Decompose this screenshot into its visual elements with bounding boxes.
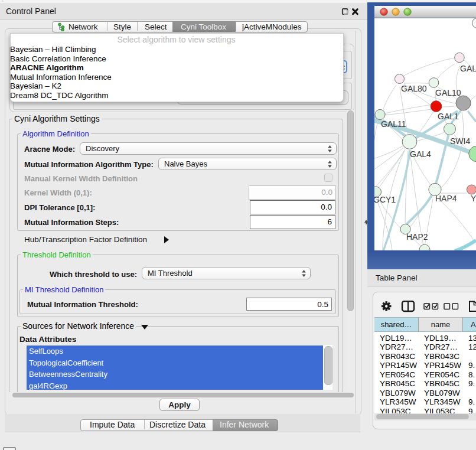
svg-text:GAL: GAL	[460, 64, 476, 73]
svg-text:HAP4: HAP4	[435, 194, 457, 203]
svg-text:GCY1: GCY1	[373, 195, 396, 204]
svg-text:GAL10: GAL10	[435, 88, 461, 97]
svg-text:GAL80: GAL80	[401, 84, 427, 93]
svg-text:GAL1: GAL1	[438, 112, 459, 121]
svg-text:YE: YE	[471, 194, 476, 203]
svg-text:HAP2: HAP2	[406, 232, 428, 242]
svg-text:GAL11: GAL11	[381, 119, 406, 129]
svg-text:SWI4: SWI4	[450, 136, 470, 146]
svg-text:GAL4: GAL4	[410, 149, 431, 159]
